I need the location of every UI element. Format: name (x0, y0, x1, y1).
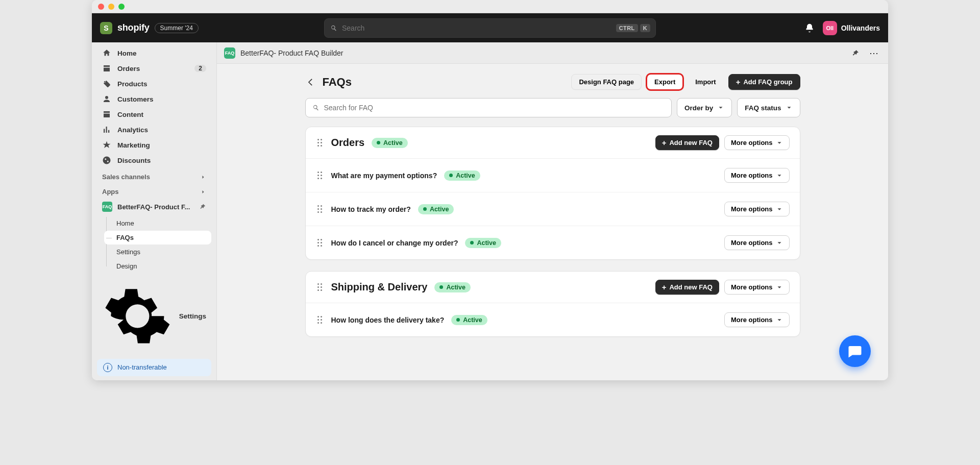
section-label: Apps (102, 188, 119, 195)
dots-icon: ⋯ (869, 48, 878, 58)
settings-label: Settings (179, 312, 206, 320)
context-actions: ⋯ (848, 46, 881, 60)
add-new-faq-button[interactable]: + Add new FAQ (655, 280, 719, 295)
page-actions: Design FAQ page Export Import + Add FAQ … (571, 74, 800, 90)
app-sub-faqs[interactable]: FAQs (104, 231, 211, 244)
app-sub-settings[interactable]: Settings (104, 245, 211, 259)
window-close-button[interactable] (98, 4, 104, 10)
chevron-down-icon (776, 239, 783, 247)
sidebar-app-betterfaq[interactable]: FAQ BetterFAQ- Product F... (97, 199, 211, 215)
more-options-button[interactable]: More options (724, 135, 790, 150)
nav-marketing[interactable]: Marketing (97, 137, 211, 153)
home-icon (102, 48, 111, 58)
chat-fab-button[interactable] (839, 335, 871, 367)
more-actions-button[interactable]: ⋯ (867, 46, 881, 60)
nav-settings[interactable]: Settings (97, 278, 211, 355)
nav-customers[interactable]: Customers (97, 91, 211, 107)
add-new-faq-button[interactable]: + Add new FAQ (655, 135, 719, 150)
global-search-input[interactable] (342, 24, 612, 32)
faq-group-shipping: Shipping & Delivery Active + Add new FAQ… (305, 271, 800, 337)
nav-orders[interactable]: Orders 2 (97, 61, 211, 76)
drag-handle-icon[interactable] (316, 239, 324, 247)
avatar: Oll (823, 21, 837, 35)
search-wrap: CTRL K (324, 18, 656, 38)
pin-icon (851, 49, 860, 57)
app-sub-home[interactable]: Home (104, 216, 211, 230)
more-options-label: More options (731, 316, 773, 324)
add-new-faq-label: Add new FAQ (669, 139, 713, 146)
chevron-down-icon (776, 284, 783, 291)
faq-more-options-button[interactable]: More options (724, 312, 790, 327)
account-menu[interactable]: Oll Ollivanders (823, 21, 880, 35)
window-minimize-button[interactable] (108, 4, 114, 10)
order-by-dropdown[interactable]: Order by (677, 98, 732, 117)
nav-content[interactable]: Content (97, 107, 211, 122)
content-scroll[interactable]: FAQs Design FAQ page Export Import + Add… (217, 64, 888, 380)
orders-count-badge: 2 (194, 65, 206, 72)
faq-search-input[interactable] (324, 104, 665, 112)
chevron-down-icon (776, 206, 783, 213)
back-arrow-icon[interactable] (305, 77, 315, 87)
nav-analytics[interactable]: Analytics (97, 122, 211, 137)
drag-handle-icon[interactable] (316, 283, 324, 291)
faq-more-options-button[interactable]: More options (724, 168, 790, 183)
faq-more-options-button[interactable]: More options (724, 235, 790, 250)
more-options-button[interactable]: More options (724, 280, 790, 295)
nav-label: Content (117, 111, 143, 118)
primary-nav: Home Orders 2 Products Customers C (92, 45, 216, 168)
window-maximize-button[interactable] (118, 4, 125, 10)
notifications-icon[interactable] (804, 23, 815, 33)
faq-row: How do I cancel or change my order? Acti… (306, 226, 800, 259)
faq-question: How long does the delivery take? (331, 316, 445, 324)
nav-label: Discounts (117, 157, 151, 164)
group-actions: + Add new FAQ More options (655, 135, 790, 150)
nav-label: Home (117, 50, 137, 57)
products-icon (102, 79, 111, 88)
faq-more-options-button[interactable]: More options (724, 202, 790, 216)
drag-handle-icon[interactable] (316, 205, 324, 213)
nav-products[interactable]: Products (97, 76, 211, 91)
nav-home[interactable]: Home (97, 45, 211, 61)
top-bar: S shopify Summer '24 CTRL K Oll Ollivand… (92, 13, 888, 42)
nav-label: Products (117, 80, 148, 88)
brand: S shopify Summer '24 (100, 22, 199, 34)
app-name-label: BetterFAQ- Product F... (117, 203, 194, 211)
faq-group-orders: Orders Active + Add new FAQ More options (305, 127, 800, 260)
global-search[interactable]: CTRL K (324, 18, 656, 38)
page-header: FAQs Design FAQ page Export Import + Add… (305, 74, 800, 90)
drag-handle-icon[interactable] (316, 316, 324, 324)
plus-icon: + (662, 284, 667, 290)
more-options-label: More options (731, 239, 773, 247)
import-button[interactable]: Import (688, 75, 723, 89)
design-faq-page-button[interactable]: Design FAQ page (571, 74, 642, 90)
info-icon: i (103, 363, 112, 372)
drag-handle-icon[interactable] (316, 172, 324, 179)
content: FAQs Design FAQ page Export Import + Add… (305, 74, 800, 337)
keyboard-shortcut-hint: CTRL K (616, 24, 650, 32)
more-options-label: More options (731, 139, 773, 146)
kbd-k: K (640, 24, 650, 32)
analytics-icon (102, 125, 111, 134)
group-title: Shipping & Delivery (331, 281, 428, 293)
non-transferable-banner[interactable]: i Non-transferable (97, 359, 211, 376)
gear-icon (102, 281, 173, 352)
add-faq-group-button[interactable]: + Add FAQ group (728, 74, 800, 90)
faq-row: How long does the delivery take? Active … (306, 303, 800, 336)
add-new-faq-label: Add new FAQ (669, 283, 713, 291)
export-button[interactable]: Export (647, 74, 683, 90)
faq-question: How do I cancel or change my order? (331, 239, 458, 247)
faq-row: How to track my order? Active More optio… (306, 192, 800, 226)
faq-status-dropdown[interactable]: FAQ status (737, 98, 800, 117)
drag-handle-icon[interactable] (316, 139, 324, 146)
nav-discounts[interactable]: Discounts (97, 153, 211, 168)
group-title: Orders (331, 137, 365, 149)
section-apps[interactable]: Apps (92, 183, 216, 198)
app-sub-design[interactable]: Design (104, 259, 211, 273)
pin-icon[interactable] (199, 203, 206, 210)
pin-page-button[interactable] (848, 46, 863, 60)
nav-label: Marketing (117, 141, 150, 149)
faq-search[interactable] (305, 98, 672, 117)
section-sales-channels[interactable]: Sales channels (92, 168, 216, 183)
chevron-down-icon (776, 139, 783, 146)
search-icon (312, 104, 320, 112)
